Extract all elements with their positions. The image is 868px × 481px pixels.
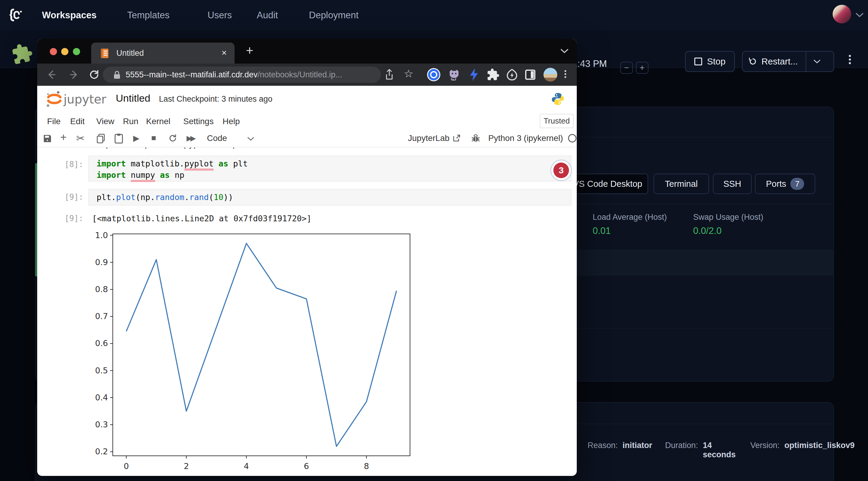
trusted-button[interactable]: Trusted [540,114,574,128]
new-tab-button[interactable]: + [246,43,253,58]
onepassword-extension-icon[interactable] [427,68,440,81]
svg-text:0.8: 0.8 [95,285,108,294]
stat-swap-usage: Swap Usage (Host) 0.0/2.0 [693,213,763,236]
cell8-line1: import matplotlib.pyplot as plt [97,158,571,169]
restart-kernel-icon[interactable] [168,133,178,143]
restart-workspace-button[interactable]: Restart... [742,51,834,72]
menu-view[interactable]: View [96,117,114,126]
reason-value: initiator [623,441,652,450]
browser-menu-kebab[interactable] [564,69,566,79]
app-tab-label: SSH [723,179,741,189]
lock-icon [113,70,121,79]
reload-icon[interactable] [89,69,100,80]
url-host: 5555--main--test--matifali.atif.cdr.dev [126,70,258,79]
matplotlib-line-chart: 0.20.30.40.50.60.70.80.91.002468 [95,231,419,475]
zoom-in-button[interactable]: + [636,62,648,74]
restart-label: Restart... [762,56,798,67]
add-cell-icon[interactable]: + [60,131,67,143]
cell9-line: plt.plot(np.random.rand(10)) [89,189,571,203]
jupyterlab-link[interactable]: JupyterLab [408,133,450,143]
cut-cell-icon[interactable]: ✂ [76,132,85,144]
top-nav: Workspaces Templates Users Audit Deploym… [0,0,868,30]
zoom-out-button[interactable]: − [620,62,633,74]
app-tab-vscode-desktop[interactable]: VS Code Desktop [567,173,648,194]
app-tab-ports[interactable]: Ports 7 [755,173,815,194]
browser-tab-strip: Untitled × + [37,39,577,64]
extensions-puzzle-icon[interactable] [487,68,500,81]
energy-saver-leaf-icon[interactable] [505,68,519,81]
nav-item-deployment[interactable]: Deployment [309,10,359,21]
window-minimize-button[interactable] [61,48,68,55]
copy-cell-icon[interactable] [96,133,105,143]
cell8-input[interactable]: import matplotlib.pyplot as plt import n… [89,156,571,182]
stat-label: Swap Usage (Host) [693,213,763,222]
browser-profile-avatar[interactable] [544,68,557,82]
nav-item-workspaces[interactable]: Workspaces [42,10,97,21]
app-tab-terminal[interactable]: Terminal [654,173,709,194]
nav-item-audit[interactable]: Audit [257,10,278,21]
app-tab-label: VS Code Desktop [573,179,643,189]
cell-type-dropdown[interactable]: Code [207,133,227,143]
share-icon[interactable] [384,69,394,81]
svg-text:2: 2 [184,461,189,471]
svg-text:0.6: 0.6 [95,339,108,348]
button-divider [806,52,806,71]
browser-tab[interactable]: Untitled × [91,42,235,64]
notebook-favicon [100,48,109,59]
jupyter-logo: jupyter [44,89,111,108]
nav-item-users[interactable]: Users [208,10,232,21]
user-avatar[interactable] [833,5,851,23]
restart-run-all-icon[interactable]: ▶▶ [187,134,194,142]
paste-cell-icon[interactable] [114,133,123,144]
menu-settings[interactable]: Settings [183,117,214,126]
nav-item-templates[interactable]: Templates [127,10,169,21]
kernel-name[interactable]: Python 3 (ipykernel) [488,133,563,143]
workspace-menu-kebab[interactable] [849,53,851,66]
side-panel-icon[interactable] [524,69,536,81]
jupyter-header: jupyter Untitled Last Checkpoint: 3 minu… [37,86,577,112]
duration-value: 14 seconds [703,441,738,459]
url-bar[interactable]: 5555--main--test--matifali.atif.cdr.dev/… [103,67,381,83]
window-close-button[interactable] [50,48,57,55]
browser-window: Untitled × + [37,39,577,476]
tab-close-icon[interactable]: × [221,48,227,58]
window-maximize-button[interactable] [73,48,80,55]
app-tab-ssh[interactable]: SSH [713,173,752,194]
menu-kernel[interactable]: Kernel [146,117,170,126]
url-text: 5555--main--test--matifali.atif.cdr.dev/… [126,70,342,79]
app-tab-label: Terminal [665,179,698,189]
interrupt-kernel-icon[interactable]: ■ [151,133,156,143]
run-cell-icon[interactable]: ▶ [133,133,140,143]
cell9-input[interactable]: plt.plot(np.random.rand(10)) [89,189,571,205]
kernel-status-icon [568,134,577,142]
notification-badge[interactable]: 3 [551,160,571,180]
python-logo-icon [551,92,565,106]
cell-type-chevron-icon[interactable] [247,137,254,141]
restart-options-chevron-icon[interactable] [813,59,820,64]
tab-search-chevron-icon[interactable] [560,49,569,53]
app-tab-label: Ports [766,179,786,189]
external-link-icon[interactable] [452,134,461,142]
chevron-down-icon[interactable] [856,12,864,18]
menu-run[interactable]: Run [123,117,138,126]
menu-edit[interactable]: Edit [70,117,85,126]
back-icon[interactable] [45,69,57,80]
save-icon[interactable] [42,134,52,143]
stat-load-average: Load Average (Host) 0.01 [593,213,667,236]
menu-help[interactable]: Help [222,117,240,126]
svg-text:jupyter: jupyter [63,92,106,106]
coder-logo-icon[interactable] [7,7,24,23]
menu-file[interactable]: File [47,117,61,126]
debugger-bug-icon[interactable] [471,133,480,143]
svg-text:0.3: 0.3 [95,420,108,429]
svg-text:0: 0 [124,461,129,471]
stop-workspace-button[interactable]: Stop [685,51,735,72]
github-extension-icon[interactable] [447,68,461,81]
bookmark-star-icon[interactable]: ☆ [404,67,413,80]
jupyter-menubar: File Edit View Run Kernel Settings Help … [37,111,577,130]
output9-prompt: [9]: [61,214,83,223]
bolt-extension-icon[interactable] [468,68,480,82]
notebook-title[interactable]: Untitled [116,92,150,104]
forward-icon[interactable] [68,69,80,80]
svg-text:1.0: 1.0 [95,231,108,240]
